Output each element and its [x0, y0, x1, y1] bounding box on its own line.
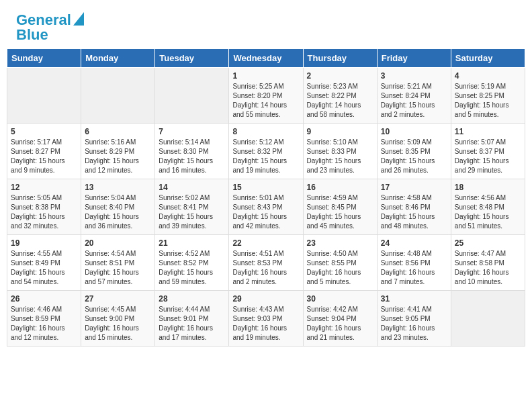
- calendar-body: 1Sunrise: 5:25 AMSunset: 8:20 PMDaylight…: [7, 68, 525, 347]
- day-number: 31: [381, 294, 447, 304]
- day-cell: 24Sunrise: 4:48 AMSunset: 8:56 PMDayligh…: [377, 235, 451, 291]
- day-number: 22: [232, 238, 299, 248]
- day-info: Sunrise: 5:19 AMSunset: 8:25 PMDaylight:…: [455, 82, 521, 120]
- day-cell: 9Sunrise: 5:10 AMSunset: 8:33 PMDaylight…: [303, 124, 377, 179]
- day-cell: 29Sunrise: 4:43 AMSunset: 9:03 PMDayligh…: [229, 291, 303, 347]
- day-number: 29: [232, 294, 299, 304]
- day-info: Sunrise: 5:17 AMSunset: 8:27 PMDaylight:…: [11, 138, 77, 175]
- day-number: 20: [85, 238, 151, 248]
- day-info: Sunrise: 5:12 AMSunset: 8:32 PMDaylight:…: [232, 138, 299, 175]
- day-info: Sunrise: 4:43 AMSunset: 9:03 PMDaylight:…: [232, 305, 299, 342]
- day-cell: 1Sunrise: 5:25 AMSunset: 8:20 PMDaylight…: [229, 68, 303, 124]
- day-cell: 3Sunrise: 5:21 AMSunset: 8:24 PMDaylight…: [377, 68, 451, 124]
- day-cell: 2Sunrise: 5:23 AMSunset: 8:22 PMDaylight…: [303, 68, 377, 124]
- day-cell: 5Sunrise: 5:17 AMSunset: 8:27 PMDaylight…: [7, 124, 81, 179]
- calendar: SundayMondayTuesdayWednesdayThursdayFrid…: [0, 48, 532, 353]
- week-row-5: 26Sunrise: 4:46 AMSunset: 8:59 PMDayligh…: [7, 291, 525, 347]
- day-cell: 7Sunrise: 5:14 AMSunset: 8:30 PMDaylight…: [155, 124, 229, 179]
- day-info: Sunrise: 4:54 AMSunset: 8:51 PMDaylight:…: [85, 249, 151, 287]
- day-number: 1: [232, 71, 299, 81]
- day-number: 9: [307, 127, 373, 136]
- week-row-3: 12Sunrise: 5:05 AMSunset: 8:38 PMDayligh…: [7, 179, 525, 235]
- day-cell: 26Sunrise: 4:46 AMSunset: 8:59 PMDayligh…: [7, 291, 81, 347]
- day-cell: 15Sunrise: 5:01 AMSunset: 8:43 PMDayligh…: [229, 179, 303, 235]
- day-cell: 10Sunrise: 5:09 AMSunset: 8:35 PMDayligh…: [377, 124, 451, 179]
- day-cell: 13Sunrise: 5:04 AMSunset: 8:40 PMDayligh…: [81, 179, 155, 235]
- day-info: Sunrise: 4:52 AMSunset: 8:52 PMDaylight:…: [159, 249, 225, 287]
- day-header-friday: Friday: [377, 49, 451, 68]
- day-cell: 6Sunrise: 5:16 AMSunset: 8:29 PMDaylight…: [81, 124, 155, 179]
- day-cell: 31Sunrise: 4:41 AMSunset: 9:05 PMDayligh…: [377, 291, 451, 347]
- week-row-1: 1Sunrise: 5:25 AMSunset: 8:20 PMDaylight…: [7, 68, 525, 124]
- day-header-monday: Monday: [81, 49, 155, 68]
- day-header-wednesday: Wednesday: [229, 49, 303, 68]
- day-info: Sunrise: 5:09 AMSunset: 8:35 PMDaylight:…: [381, 138, 447, 175]
- day-cell: 14Sunrise: 5:02 AMSunset: 8:41 PMDayligh…: [155, 179, 229, 235]
- day-header-thursday: Thursday: [303, 49, 377, 68]
- day-number: 5: [11, 127, 77, 136]
- svg-marker-0: [73, 12, 84, 26]
- day-cell: [81, 68, 155, 124]
- day-number: 25: [455, 238, 521, 248]
- logo-text-blue: Blue: [16, 27, 48, 43]
- day-cell: 27Sunrise: 4:45 AMSunset: 9:00 PMDayligh…: [81, 291, 155, 347]
- day-number: 26: [11, 294, 77, 304]
- day-info: Sunrise: 5:02 AMSunset: 8:41 PMDaylight:…: [159, 193, 225, 231]
- day-info: Sunrise: 4:55 AMSunset: 8:49 PMDaylight:…: [11, 249, 77, 287]
- day-info: Sunrise: 4:48 AMSunset: 8:56 PMDaylight:…: [381, 249, 447, 287]
- day-number: 12: [11, 183, 77, 192]
- day-info: Sunrise: 4:56 AMSunset: 8:48 PMDaylight:…: [455, 193, 521, 231]
- day-info: Sunrise: 4:41 AMSunset: 9:05 PMDaylight:…: [381, 305, 447, 342]
- day-cell: 16Sunrise: 4:59 AMSunset: 8:45 PMDayligh…: [303, 179, 377, 235]
- day-cell: 11Sunrise: 5:07 AMSunset: 8:37 PMDayligh…: [451, 124, 525, 179]
- day-number: 23: [307, 238, 373, 248]
- page-header: General Blue: [0, 0, 532, 48]
- day-cell: 8Sunrise: 5:12 AMSunset: 8:32 PMDaylight…: [229, 124, 303, 179]
- day-number: 28: [159, 294, 225, 304]
- day-info: Sunrise: 4:51 AMSunset: 8:53 PMDaylight:…: [232, 249, 299, 287]
- day-cell: 17Sunrise: 4:58 AMSunset: 8:46 PMDayligh…: [377, 179, 451, 235]
- day-info: Sunrise: 5:21 AMSunset: 8:24 PMDaylight:…: [381, 82, 447, 120]
- day-header-sunday: Sunday: [7, 49, 81, 68]
- day-cell: 21Sunrise: 4:52 AMSunset: 8:52 PMDayligh…: [155, 235, 229, 291]
- day-cell: 28Sunrise: 4:44 AMSunset: 9:01 PMDayligh…: [155, 291, 229, 347]
- day-info: Sunrise: 4:42 AMSunset: 9:04 PMDaylight:…: [307, 305, 373, 342]
- day-info: Sunrise: 4:58 AMSunset: 8:46 PMDaylight:…: [381, 193, 447, 231]
- day-info: Sunrise: 5:04 AMSunset: 8:40 PMDaylight:…: [85, 193, 151, 231]
- day-cell: [7, 68, 81, 124]
- day-info: Sunrise: 5:14 AMSunset: 8:30 PMDaylight:…: [159, 138, 225, 175]
- day-number: 6: [85, 127, 151, 136]
- day-number: 8: [232, 127, 299, 136]
- day-cell: 25Sunrise: 4:47 AMSunset: 8:58 PMDayligh…: [451, 235, 525, 291]
- calendar-header: SundayMondayTuesdayWednesdayThursdayFrid…: [7, 49, 525, 68]
- day-info: Sunrise: 5:01 AMSunset: 8:43 PMDaylight:…: [232, 193, 299, 231]
- day-number: 16: [307, 183, 373, 192]
- day-info: Sunrise: 5:16 AMSunset: 8:29 PMDaylight:…: [85, 138, 151, 175]
- day-cell: [155, 68, 229, 124]
- day-number: 24: [381, 238, 447, 248]
- day-number: 15: [232, 183, 299, 192]
- day-cell: 19Sunrise: 4:55 AMSunset: 8:49 PMDayligh…: [7, 235, 81, 291]
- day-number: 7: [159, 127, 225, 136]
- day-cell: 20Sunrise: 4:54 AMSunset: 8:51 PMDayligh…: [81, 235, 155, 291]
- week-row-4: 19Sunrise: 4:55 AMSunset: 8:49 PMDayligh…: [7, 235, 525, 291]
- logo-triangle-icon: [73, 12, 84, 26]
- week-row-2: 5Sunrise: 5:17 AMSunset: 8:27 PMDaylight…: [7, 124, 525, 179]
- day-number: 27: [85, 294, 151, 304]
- day-info: Sunrise: 5:10 AMSunset: 8:33 PMDaylight:…: [307, 138, 373, 175]
- day-info: Sunrise: 4:45 AMSunset: 9:00 PMDaylight:…: [85, 305, 151, 342]
- day-number: 21: [159, 238, 225, 248]
- day-header-saturday: Saturday: [451, 49, 525, 68]
- calendar-table: SundayMondayTuesdayWednesdayThursdayFrid…: [7, 48, 525, 347]
- day-number: 17: [381, 183, 447, 192]
- day-cell: 4Sunrise: 5:19 AMSunset: 8:25 PMDaylight…: [451, 68, 525, 124]
- day-info: Sunrise: 4:47 AMSunset: 8:58 PMDaylight:…: [455, 249, 521, 287]
- day-info: Sunrise: 4:44 AMSunset: 9:01 PMDaylight:…: [159, 305, 225, 342]
- day-number: 18: [455, 183, 521, 192]
- day-info: Sunrise: 5:23 AMSunset: 8:22 PMDaylight:…: [307, 82, 373, 120]
- day-info: Sunrise: 5:05 AMSunset: 8:38 PMDaylight:…: [11, 193, 77, 231]
- day-info: Sunrise: 5:07 AMSunset: 8:37 PMDaylight:…: [455, 138, 521, 175]
- day-number: 14: [159, 183, 225, 192]
- day-cell: [451, 291, 525, 347]
- day-header-tuesday: Tuesday: [155, 49, 229, 68]
